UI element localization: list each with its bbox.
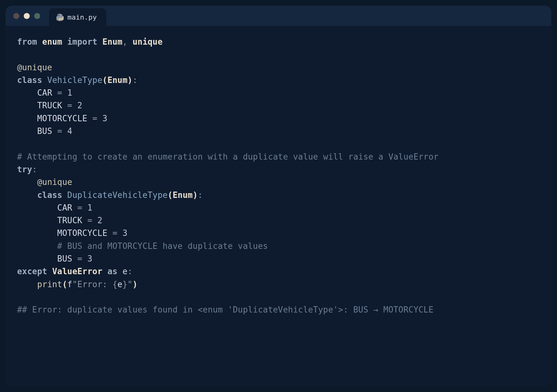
mod-Enum: Enum bbox=[103, 37, 122, 47]
mod-enum: enum bbox=[42, 37, 62, 47]
comment-output: ## Error: duplicate values found in <enu… bbox=[17, 305, 434, 314]
val-2: 2 bbox=[77, 101, 82, 110]
str-a: "Error: bbox=[72, 280, 112, 289]
brace-open: { bbox=[112, 280, 117, 289]
editor-window: main.py from enum import Enum, unique @u… bbox=[6, 6, 551, 386]
class-duplicatevehicletype: DuplicateVehicleType bbox=[67, 190, 168, 200]
minimize-icon[interactable] bbox=[24, 13, 30, 19]
decorator-unique: @unique bbox=[37, 177, 72, 187]
kw-class: class bbox=[37, 190, 62, 200]
comment-line: # Attempting to create an enumeration wi… bbox=[17, 152, 439, 161]
member-car: CAR bbox=[57, 203, 72, 212]
base-enum: Enum bbox=[173, 190, 193, 200]
mod-unique: unique bbox=[133, 37, 163, 47]
decorator-unique: @unique bbox=[17, 63, 52, 72]
maximize-icon[interactable] bbox=[34, 13, 40, 19]
close-icon[interactable] bbox=[13, 13, 19, 19]
member-truck: TRUCK bbox=[57, 216, 82, 225]
member-motorcycle: MOTORCYCLE bbox=[37, 114, 87, 123]
kw-class: class bbox=[17, 75, 42, 85]
tab-label: main.py bbox=[67, 13, 97, 21]
val-1: 1 bbox=[87, 203, 92, 212]
tab-main-py[interactable]: main.py bbox=[49, 8, 106, 26]
comment-line: # BUS and MOTORCYCLE have duplicate valu… bbox=[57, 241, 268, 251]
kw-import: import bbox=[67, 37, 97, 47]
val-4: 4 bbox=[67, 126, 72, 136]
member-car: CAR bbox=[37, 88, 52, 98]
val-3: 3 bbox=[103, 114, 108, 123]
python-icon bbox=[56, 13, 64, 21]
val-1: 1 bbox=[67, 88, 72, 98]
class-vehicletype: VehicleType bbox=[47, 75, 102, 85]
fn-print: print bbox=[37, 280, 62, 289]
member-bus: BUS bbox=[37, 126, 52, 136]
member-bus: BUS bbox=[57, 254, 72, 263]
kw-except: except bbox=[17, 267, 47, 276]
base-enum: Enum bbox=[107, 75, 127, 85]
var-e: e bbox=[117, 280, 122, 289]
kw-as: as bbox=[107, 267, 117, 276]
cls-valueerror: ValueError bbox=[52, 267, 103, 276]
titlebar: main.py bbox=[6, 6, 551, 26]
fprefix: f bbox=[67, 280, 72, 289]
kw-try: try bbox=[17, 165, 32, 174]
kw-from: from bbox=[17, 37, 37, 47]
window-controls bbox=[13, 6, 40, 26]
val-3: 3 bbox=[87, 254, 92, 263]
val-3: 3 bbox=[122, 228, 128, 238]
val-2: 2 bbox=[97, 216, 103, 225]
brace-close: } bbox=[122, 280, 128, 289]
code-editor[interactable]: from enum import Enum, unique @unique cl… bbox=[6, 26, 551, 386]
str-b: " bbox=[128, 280, 133, 289]
member-truck: TRUCK bbox=[37, 101, 62, 110]
member-motorcycle: MOTORCYCLE bbox=[57, 228, 108, 238]
var-e: e bbox=[122, 267, 128, 276]
